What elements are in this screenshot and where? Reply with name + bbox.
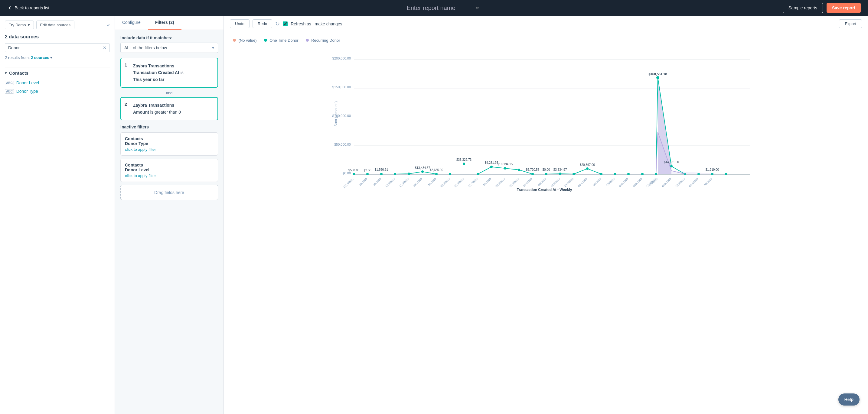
filter-1-source: Zaybra Transactions <box>133 64 174 68</box>
svg-text:4/10/2023: 4/10/2023 <box>550 177 560 188</box>
top-nav: Back to reports list ✏ Sample reports Sa… <box>0 0 868 16</box>
search-input[interactable] <box>8 45 103 50</box>
inactive-1-field: Donor Type <box>125 141 148 146</box>
refresh-checkbox[interactable] <box>283 22 288 26</box>
svg-text:4/24/2023: 4/24/2023 <box>577 177 588 188</box>
legend-dot-recurring <box>306 39 309 42</box>
chart-panel: Undo Redo ↻ Refresh as I make changes Ex… <box>224 16 868 414</box>
filter-2-operator: is greater than <box>150 110 179 114</box>
apply-filter-1-link[interactable]: click to apply filter <box>125 147 214 152</box>
refresh-icon[interactable]: ↻ <box>275 21 280 27</box>
filter-panel-body: Include data if it matches: ALL of the f… <box>115 30 223 206</box>
svg-text:3/6/2023: 3/6/2023 <box>483 177 492 187</box>
label-13434: $13,434.57 <box>415 166 430 170</box>
donor-type-label: Donor Type <box>16 89 38 94</box>
report-name-input[interactable] <box>389 4 473 11</box>
inactive-2-source: Contacts <box>125 163 143 167</box>
sources-link[interactable]: 2 sources <box>31 55 49 60</box>
svg-text:2/13/2023: 2/13/2023 <box>440 177 450 188</box>
back-to-reports[interactable]: Back to reports list <box>7 5 49 10</box>
dot-8 <box>463 163 465 165</box>
filter-2-value: 0 <box>179 110 181 114</box>
filter-card-1[interactable]: 1 Zaybra Transactions Transaction Create… <box>120 58 218 88</box>
filter-1-operator: is <box>181 70 184 75</box>
inactive-card-donor-level[interactable]: Contacts Donor Level click to apply filt… <box>120 159 218 182</box>
filter-1-num: 1 <box>125 63 127 67</box>
sidebar-item-donor-type[interactable]: ABC Donor Type <box>5 87 110 96</box>
clear-icon[interactable]: ✕ <box>103 45 106 50</box>
save-report-button[interactable]: Save report <box>827 3 861 13</box>
svg-text:2/6/2023: 2/6/2023 <box>427 177 437 187</box>
search-box[interactable]: ✕ <box>5 43 110 52</box>
legend-label-recurring: Recurring Donor <box>311 38 340 43</box>
app-body: Try Demo ▾ Edit data sources « 2 data so… <box>0 16 868 414</box>
help-button[interactable]: Help <box>838 393 860 406</box>
sidebar-toolbar: Try Demo ▾ Edit data sources « <box>5 21 110 29</box>
svg-text:7/3/2023: 7/3/2023 <box>703 177 713 187</box>
filter-1-field: Transaction Created At <box>133 70 179 75</box>
tab-bar: Configure Filters (2) <box>115 16 223 30</box>
try-demo-label: Try Demo <box>9 23 26 27</box>
svg-text:3/13/2023: 3/13/2023 <box>495 177 505 188</box>
x-ticks: 12/26/2022 1/2/2023 1/9/2023 1/16/2023 1… <box>342 177 713 189</box>
svg-text:12/26/2022: 12/26/2022 <box>342 177 354 189</box>
drag-zone[interactable]: Drag fields here <box>120 185 218 200</box>
svg-text:6/12/2023: 6/12/2023 <box>661 177 672 188</box>
y-axis-label: Sum ( Amount ) <box>334 101 338 126</box>
label-20897: $20,897.00 <box>580 163 595 167</box>
inactive-1-source: Contacts <box>125 136 143 141</box>
svg-text:2/20/2023: 2/20/2023 <box>454 177 464 188</box>
collapse-button[interactable]: « <box>107 22 110 28</box>
undo-button[interactable]: Undo <box>230 19 249 28</box>
redo-button[interactable]: Redo <box>252 19 272 28</box>
filter-2-content: Zaybra Transactions Amount is greater th… <box>133 102 213 115</box>
chart-svg-wrapper: $0.00 $50,000.00 $100,000.00 $150,000.00… <box>233 47 856 193</box>
svg-text:1/23/2023: 1/23/2023 <box>399 177 409 188</box>
legend-recurring: Recurring Donor <box>306 38 340 43</box>
svg-text:3/27/2023: 3/27/2023 <box>522 177 533 188</box>
contacts-section-header[interactable]: ▾ Contacts <box>5 70 110 75</box>
chevron-down-icon: ▾ <box>28 23 30 27</box>
sidebar-item-donor-level[interactable]: ABC Donor Level <box>5 78 110 87</box>
svg-text:5/1/2023: 5/1/2023 <box>592 177 602 187</box>
dot-24 <box>670 165 673 167</box>
inactive-filters-label: Inactive filters <box>120 125 218 129</box>
dot-10 <box>490 166 493 168</box>
include-label: Include data if it matches: <box>120 35 218 40</box>
legend-dot-no-value <box>233 39 236 42</box>
filters-panel: Configure Filters (2) Include data if it… <box>115 16 224 414</box>
sample-reports-button[interactable]: Sample reports <box>783 3 823 13</box>
svg-text:4/17/2023: 4/17/2023 <box>563 177 574 188</box>
filter-1-content: Zaybra Transactions Transaction Created … <box>133 63 213 83</box>
y-tick-3: $150,000.00 <box>332 85 351 89</box>
legend-label-one-time: One Time Donor <box>270 38 298 43</box>
svg-text:6/19/2023: 6/19/2023 <box>675 177 685 188</box>
edit-icon[interactable]: ✏ <box>476 5 479 10</box>
label-10194: $10,194.15 <box>497 163 513 166</box>
try-demo-button[interactable]: Try Demo ▾ <box>5 21 34 29</box>
edit-sources-button[interactable]: Edit data sources <box>36 21 74 29</box>
recurring-fill <box>354 132 726 174</box>
back-label: Back to reports list <box>14 5 49 10</box>
svg-text:5/22/2023: 5/22/2023 <box>632 177 643 188</box>
tab-filters[interactable]: Filters (2) <box>148 16 182 30</box>
legend-one-time: One Time Donor <box>264 38 299 43</box>
svg-text:1/2/2023: 1/2/2023 <box>359 177 368 187</box>
label-500: $500.00 <box>348 169 360 172</box>
chart-area: (No value) One Time Donor Recurring Dono… <box>224 32 868 414</box>
svg-text:5/15/2023: 5/15/2023 <box>618 177 629 188</box>
label-33329: $33,329.73 <box>456 158 471 161</box>
label-168561: $168,561.18 <box>648 72 667 76</box>
inactive-2-field: Donor Level <box>125 167 149 172</box>
match-mode-dropdown[interactable]: ALL of the filters below ▾ <box>120 43 218 53</box>
donor-level-label: Donor Level <box>16 80 39 85</box>
export-button[interactable]: Export <box>839 19 862 28</box>
results-line: 2 results from: 2 sources ▾ <box>5 55 110 60</box>
svg-text:2/27/2023: 2/27/2023 <box>468 177 478 188</box>
inactive-card-donor-type[interactable]: Contacts Donor Type click to apply filte… <box>120 132 218 156</box>
apply-filter-2-link[interactable]: click to apply filter <box>125 173 214 178</box>
svg-text:4/3/2023: 4/3/2023 <box>537 177 547 187</box>
filter-card-2[interactable]: 2 Zaybra Transactions Amount is greater … <box>120 97 218 120</box>
tab-configure[interactable]: Configure <box>115 16 148 30</box>
filter-1-value: This year so far <box>133 77 164 82</box>
